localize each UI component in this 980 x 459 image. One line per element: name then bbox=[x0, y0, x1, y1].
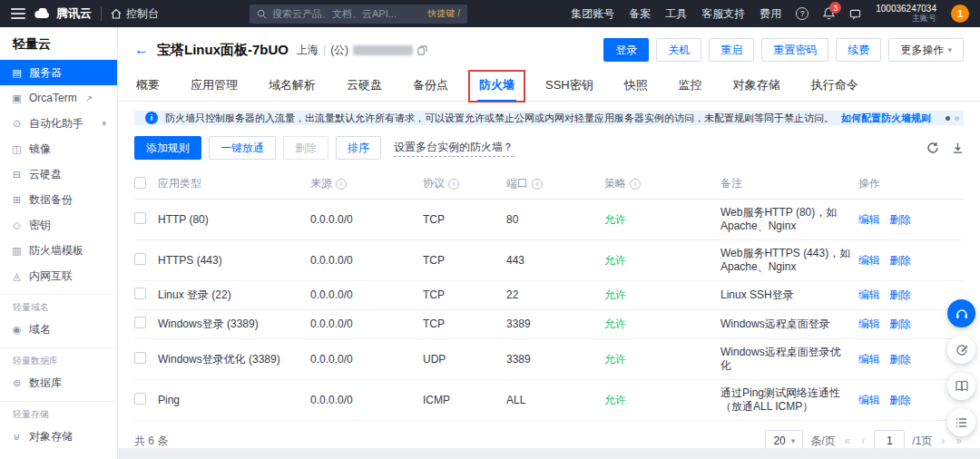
feedback-button[interactable] bbox=[947, 336, 975, 364]
row-checkbox[interactable] bbox=[134, 352, 146, 364]
brand-logo[interactable]: 腾讯云 bbox=[34, 5, 92, 22]
tab-run-command[interactable]: 执行命令 bbox=[809, 69, 860, 101]
row-checkbox[interactable] bbox=[134, 317, 146, 328]
nav-tools[interactable]: 工具 bbox=[665, 6, 687, 22]
row-checkbox[interactable] bbox=[134, 393, 146, 405]
message-icon[interactable] bbox=[849, 8, 861, 20]
sidebar-item-object-storage[interactable]: ⊍ 对象存储 bbox=[0, 424, 117, 449]
sidebar-item-data-backup[interactable]: ⊞ 数据备份 bbox=[0, 187, 117, 212]
back-arrow-icon[interactable]: ← bbox=[134, 43, 149, 57]
delete-link[interactable]: 删除 bbox=[889, 254, 911, 267]
nav-group-account[interactable]: 集团账号 bbox=[571, 6, 614, 22]
edit-link[interactable]: 编辑 bbox=[858, 394, 880, 406]
reset-password-button[interactable]: 重置密码 bbox=[761, 38, 828, 62]
search-icon bbox=[257, 9, 267, 19]
page-size-select[interactable]: 20 ▾ bbox=[765, 430, 803, 448]
chevron-down-icon: ▾ bbox=[102, 119, 106, 128]
download-icon[interactable] bbox=[952, 142, 964, 154]
docs-button[interactable] bbox=[947, 372, 975, 400]
delete-link[interactable]: 删除 bbox=[889, 317, 911, 330]
info-icon[interactable]: i bbox=[448, 179, 459, 190]
edit-link[interactable]: 编辑 bbox=[858, 288, 880, 301]
support-button[interactable] bbox=[947, 299, 975, 327]
page-input[interactable]: 1 bbox=[874, 430, 905, 448]
avatar[interactable]: 1 bbox=[951, 5, 969, 23]
sidebar-item-automation-assistant[interactable]: ⊙ 自动化助手 ▾ bbox=[0, 111, 117, 136]
open-all-button[interactable]: 一键放通 bbox=[209, 136, 276, 160]
tab-dns[interactable]: 域名解析 bbox=[267, 69, 318, 101]
edit-link[interactable]: 编辑 bbox=[858, 213, 880, 226]
tab-cloud-disk[interactable]: 云硬盘 bbox=[345, 69, 384, 101]
sidebar: 轻量云 ▤ 服务器 ▣ OrcaTerm ↗ ⊙ 自动化助手 ▾ ◫ 镜像 ⊟ … bbox=[0, 27, 118, 459]
delete-link[interactable]: 删除 bbox=[889, 394, 911, 406]
carousel-dot-2[interactable] bbox=[955, 116, 959, 121]
nav-support[interactable]: 客服支持 bbox=[701, 6, 745, 22]
add-rule-button[interactable]: 添加规则 bbox=[134, 136, 201, 160]
edit-link[interactable]: 编辑 bbox=[858, 254, 880, 267]
tab-backup-point[interactable]: 备份点 bbox=[411, 69, 450, 101]
copy-icon[interactable] bbox=[417, 45, 427, 55]
table-footer: 共 6 条 20 ▾ 条/页 « ‹ 1 /1页 › » bbox=[118, 421, 980, 448]
tab-monitoring[interactable]: 监控 bbox=[677, 69, 704, 101]
shutdown-button[interactable]: 关机 bbox=[656, 38, 701, 62]
tab-snapshot[interactable]: 快照 bbox=[622, 69, 650, 101]
last-page-icon[interactable]: » bbox=[954, 435, 964, 447]
tab-overview[interactable]: 概要 bbox=[134, 69, 162, 101]
next-page-icon[interactable]: › bbox=[939, 435, 946, 447]
info-icon[interactable]: i bbox=[630, 179, 641, 190]
console-link[interactable]: 控制台 bbox=[111, 6, 159, 22]
info-icon[interactable]: i bbox=[532, 179, 543, 190]
sidebar-item-orcaterm[interactable]: ▣ OrcaTerm ↗ bbox=[0, 85, 117, 111]
more-actions-button[interactable]: 更多操作 ▾ bbox=[888, 38, 964, 62]
info-icon[interactable]: i bbox=[336, 179, 347, 190]
login-button[interactable]: 登录 bbox=[603, 38, 649, 62]
delete-link[interactable]: 删除 bbox=[889, 353, 911, 366]
tab-firewall[interactable]: 防火墙 bbox=[477, 69, 516, 101]
redacted-ip bbox=[353, 45, 413, 55]
survey-button[interactable] bbox=[947, 408, 975, 436]
row-checkbox[interactable] bbox=[134, 288, 146, 299]
firewall-rules-help-link[interactable]: 如何配置防火墙规则 bbox=[841, 112, 931, 125]
help-circle-icon[interactable]: ? bbox=[796, 7, 808, 20]
sidebar-item-private-network[interactable]: ◬ 内网互联 bbox=[0, 263, 117, 288]
prev-page-icon[interactable]: ‹ bbox=[859, 435, 867, 447]
sidebar-item-servers[interactable]: ▤ 服务器 bbox=[0, 60, 117, 85]
row-checkbox[interactable] bbox=[134, 253, 146, 265]
sidebar-item-firewall-templates[interactable]: ▥ 防火墙模板 bbox=[0, 238, 117, 263]
carousel-dot-1[interactable] bbox=[946, 116, 950, 121]
tab-ssh-keys[interactable]: SSH密钥 bbox=[544, 69, 595, 101]
notification-bell-icon[interactable]: 3 bbox=[823, 7, 835, 20]
col-protocol: 协议i bbox=[423, 167, 506, 200]
policy-allow: 允许 bbox=[604, 339, 720, 380]
tab-app-management[interactable]: 应用管理 bbox=[189, 69, 240, 101]
refresh-icon[interactable] bbox=[926, 142, 939, 154]
renew-button[interactable]: 续费 bbox=[836, 38, 881, 62]
delete-link[interactable]: 删除 bbox=[889, 288, 911, 301]
region-label: 上海 bbox=[297, 43, 318, 58]
edit-link[interactable]: 编辑 bbox=[858, 353, 880, 366]
sidebar-item-images[interactable]: ◫ 镜像 bbox=[0, 136, 117, 161]
search-input[interactable]: 搜索云产品、文档、云API... 快捷键 / bbox=[250, 5, 467, 24]
sidebar-item-domains[interactable]: ◉ 域名 bbox=[0, 317, 117, 342]
home-icon bbox=[111, 8, 122, 19]
restart-button[interactable]: 重启 bbox=[709, 38, 754, 62]
multi-instance-firewall-link[interactable]: 设置多台实例的防火墙？ bbox=[394, 140, 514, 157]
sidebar-item-database[interactable]: ⊜ 数据库 bbox=[0, 370, 117, 396]
select-all-checkbox[interactable] bbox=[134, 177, 146, 189]
account-info[interactable]: 100036247034 主账号 bbox=[876, 4, 936, 24]
first-page-icon[interactable]: « bbox=[843, 435, 853, 447]
cloud-icon bbox=[34, 8, 51, 19]
nav-billing[interactable]: 费用 bbox=[760, 6, 781, 22]
nav-icp[interactable]: 备案 bbox=[629, 6, 651, 22]
row-checkbox[interactable] bbox=[134, 212, 146, 224]
sidebar-item-ssh-keys[interactable]: ◇ 密钥 bbox=[0, 212, 117, 238]
menu-icon[interactable] bbox=[11, 8, 25, 19]
tab-object-storage[interactable]: 对象存储 bbox=[731, 69, 782, 101]
sort-button[interactable]: 排序 bbox=[336, 136, 381, 160]
edit-link[interactable]: 编辑 bbox=[858, 317, 880, 330]
list-icon bbox=[956, 417, 967, 428]
delete-link[interactable]: 删除 bbox=[889, 213, 911, 226]
policy-allow: 允许 bbox=[604, 281, 720, 310]
delete-button[interactable]: 删除 bbox=[283, 136, 328, 160]
sidebar-item-cloud-disk[interactable]: ⊟ 云硬盘 bbox=[0, 161, 117, 187]
